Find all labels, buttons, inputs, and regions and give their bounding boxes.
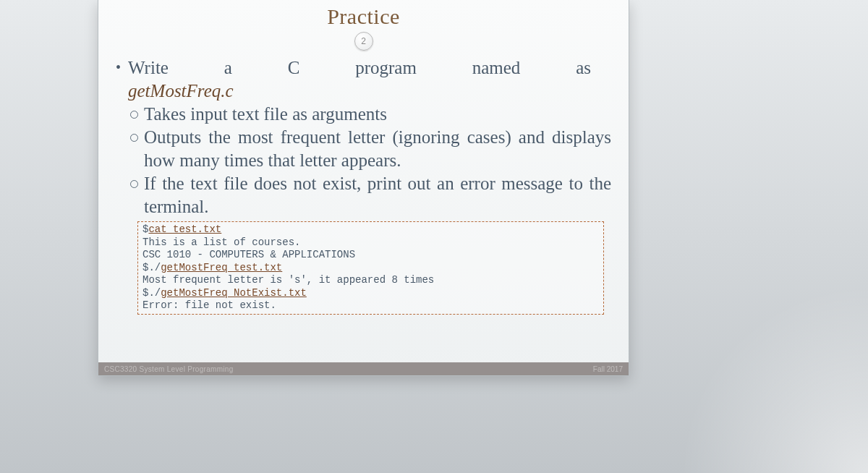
bullet-ring-icon <box>130 134 138 142</box>
bullet-level2: Takes input text file as arguments <box>116 103 611 126</box>
lighting-overlay <box>680 285 868 473</box>
title-area: Practice 2 <box>109 4 618 51</box>
terminal-example: $cat test.txt This is a list of courses.… <box>137 221 604 315</box>
bullet-disc-icon: • <box>116 56 121 103</box>
slide-title: Practice <box>109 4 618 29</box>
t5: Most frequent letter is 's', it appeared… <box>142 274 434 286</box>
w1: Write <box>128 56 169 80</box>
footer-left: CSC3320 System Level Programming <box>104 365 234 373</box>
bullet1-text: Write a C program named as getMostFreq.c <box>128 56 591 103</box>
t4b: getMostFreq test.txt <box>161 262 282 273</box>
w2: a <box>224 56 232 80</box>
page-indicator: 2 <box>354 32 373 51</box>
t6a: $./ <box>142 287 161 299</box>
bullet-level2: Outputs the most frequent letter (ignori… <box>116 126 611 172</box>
bullet-level1: • Write a C program named as getMostFreq… <box>116 56 611 103</box>
w5: named <box>472 56 521 80</box>
footer-right: Fall 2017 <box>593 365 623 373</box>
bullet-level2: If the text file does not exist, print o… <box>116 172 611 218</box>
sub2: Outputs the most frequent letter (ignori… <box>144 126 611 172</box>
bullet-ring-icon <box>130 111 138 119</box>
program-filename: getMostFreq.c <box>128 80 591 103</box>
sub1: Takes input text file as arguments <box>144 103 611 126</box>
slide-footer: CSC3320 System Level Programming Fall 20… <box>98 362 629 375</box>
w4: program <box>355 56 417 80</box>
sub3: If the text file does not exist, print o… <box>144 172 611 218</box>
t1b: cat test.txt <box>148 223 221 235</box>
bullet-ring-icon <box>130 180 138 188</box>
slide-body: • Write a C program named as getMostFreq… <box>109 51 618 315</box>
slide: Practice 2 • Write a C program named as … <box>98 0 629 376</box>
t4a: $./ <box>142 262 161 273</box>
t6b: getMostFreq NotExist.txt <box>161 287 307 299</box>
t3: CSC 1010 - COMPUTERS & APPLICATIONS <box>142 249 355 260</box>
t2: This is a list of courses. <box>142 236 300 248</box>
w6: as <box>576 56 591 80</box>
t7: Error: file not exist. <box>142 299 276 311</box>
w3: C <box>288 56 300 80</box>
